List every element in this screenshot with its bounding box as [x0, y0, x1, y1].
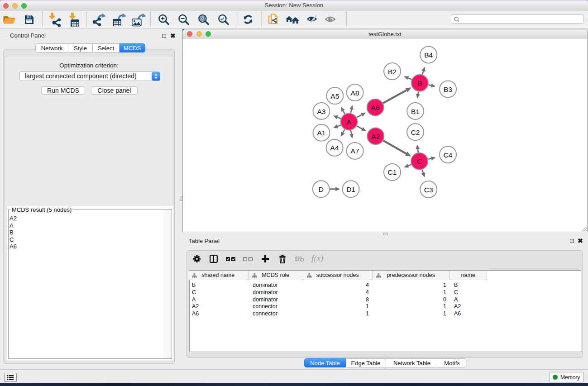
svg-text:C2: C2 [411, 129, 420, 136]
svg-text:A8: A8 [351, 89, 359, 97]
svg-text:A: A [347, 118, 352, 126]
svg-text:A2: A2 [371, 133, 380, 140]
svg-text:B2: B2 [388, 68, 397, 76]
svg-text:A5: A5 [330, 92, 339, 100]
svg-text:D: D [319, 186, 324, 193]
svg-text:C1: C1 [388, 168, 397, 176]
svg-text:A4: A4 [330, 144, 339, 152]
svg-text:C4: C4 [444, 151, 453, 159]
svg-text:A1: A1 [317, 129, 326, 137]
svg-text:B4: B4 [424, 51, 433, 59]
svg-text:D1: D1 [346, 186, 355, 193]
svg-text:C: C [417, 157, 422, 165]
svg-text:B: B [417, 79, 422, 87]
svg-text:B3: B3 [444, 86, 452, 93]
svg-text:A3: A3 [317, 108, 326, 115]
svg-text:C3: C3 [424, 186, 433, 194]
svg-text:B1: B1 [411, 108, 420, 115]
svg-text:A7: A7 [351, 147, 359, 155]
svg-text:A6: A6 [371, 104, 380, 111]
